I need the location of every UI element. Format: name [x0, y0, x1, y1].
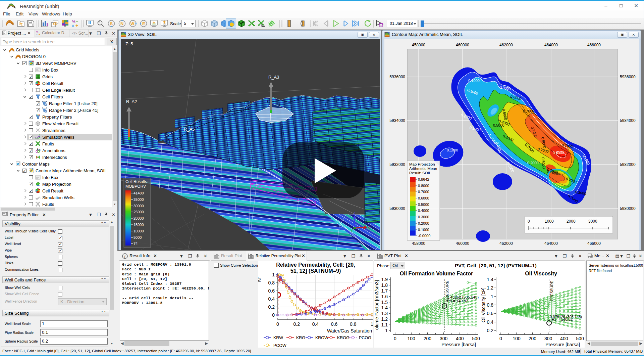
svg-text:E: E [142, 21, 145, 26]
svg-text:0.4: 0.4 [268, 296, 275, 302]
svg-text:0.7000: 0.7000 [418, 190, 429, 194]
svg-text:×: × [72, 24, 74, 28]
svg-text:0.8: 0.8 [268, 280, 275, 285]
svg-text:51, 12] (SATNUM=9): 51, 12] (SATNUM=9) [290, 268, 341, 274]
svg-text:%: % [36, 31, 39, 33]
svg-text:5936000: 5936000 [620, 75, 636, 79]
svg-text:Y: Y [351, 229, 353, 233]
svg-text:1: 1 [491, 294, 493, 299]
svg-text:0: 0 [528, 219, 530, 224]
svg-text:0.2: 0.2 [293, 321, 300, 327]
svg-text:W: W [130, 21, 135, 26]
svg-text:1.8: 1.8 [381, 282, 388, 288]
svg-text:200: 200 [529, 336, 537, 341]
svg-text:300: 300 [440, 336, 448, 341]
svg-text:-0.0000: -0.0000 [418, 234, 430, 238]
svg-text:0.4: 0.4 [312, 321, 319, 327]
svg-text:460000: 460000 [456, 43, 469, 47]
svg-text:KRW: KRW [273, 336, 283, 340]
svg-text:0.6: 0.6 [268, 288, 275, 294]
svg-text:1: 1 [371, 321, 373, 327]
svg-text:0.3000: 0.3000 [418, 215, 429, 219]
svg-text:KROG: KROG [337, 336, 350, 340]
svg-text:X: X [368, 225, 370, 229]
svg-text:5934000: 5934000 [620, 118, 636, 123]
svg-text:1.2: 1.2 [381, 316, 388, 322]
svg-text:Pressure [barsa]: Pressure [barsa] [441, 342, 476, 347]
svg-text:464000: 464000 [544, 241, 558, 246]
svg-text:R_A3: R_A3 [268, 75, 279, 80]
svg-text:20000: 20000 [133, 216, 144, 220]
svg-text:Map Projection: Map Projection [409, 162, 435, 166]
svg-text:35000: 35000 [133, 197, 144, 202]
svg-text:0.8000: 0.8000 [553, 151, 564, 155]
svg-text:PCOW: PCOW [273, 343, 286, 348]
svg-text:400: 400 [560, 336, 568, 341]
svg-text:500: 500 [576, 336, 584, 341]
svg-text:0.6: 0.6 [487, 311, 494, 316]
svg-text:KRG: KRG [296, 336, 305, 340]
svg-text:25000: 25000 [133, 210, 144, 214]
svg-text:Oil Viscosity [cP]: Oil Viscosity [cP] [481, 287, 486, 322]
svg-text:1.4: 1.4 [381, 305, 388, 310]
svg-text:N: N [120, 21, 123, 26]
svg-text:Arithmetic Mean: Arithmetic Mean [409, 167, 437, 171]
svg-text:+: + [39, 33, 40, 35]
svg-text:100: 100 [513, 336, 521, 341]
svg-text:3000: 3000 [588, 219, 597, 224]
svg-text:5932000: 5932000 [620, 162, 636, 167]
svg-text:74: 74 [133, 241, 138, 246]
svg-text:466000: 466000 [587, 241, 601, 246]
svg-text:464000: 464000 [544, 43, 558, 47]
svg-text:1.9: 1.9 [381, 277, 388, 282]
svg-text:1.3: 1.3 [381, 311, 388, 316]
svg-text:500: 500 [472, 336, 480, 341]
svg-text:5934000: 5934000 [389, 118, 405, 123]
svg-text:R_A2: R_A2 [126, 99, 137, 104]
svg-text:PCOG: PCOG [359, 336, 371, 340]
svg-text:KROW: KROW [315, 336, 328, 340]
svg-text:0.8: 0.8 [350, 321, 357, 327]
svg-text:30000: 30000 [133, 204, 144, 208]
svg-text:15000: 15000 [133, 223, 144, 227]
svg-text:462000: 462000 [499, 241, 513, 246]
svg-text:460000: 460000 [456, 241, 469, 246]
svg-text:458000: 458000 [412, 43, 425, 47]
svg-text:i: i [124, 254, 126, 258]
svg-text:0.1000: 0.1000 [468, 79, 480, 83]
svg-text:0.7000: 0.7000 [523, 109, 534, 113]
svg-text:Rs = 140.82: Rs = 140.82 [552, 317, 573, 321]
svg-text:1000: 1000 [545, 219, 554, 224]
svg-text:0: 0 [276, 321, 279, 327]
svg-text:Z: Z [353, 211, 356, 215]
svg-text:Water/Gas Saturation: Water/Gas Saturation [327, 328, 372, 333]
svg-text:S: S [110, 21, 113, 26]
svg-text:2000: 2000 [567, 219, 576, 224]
svg-text:0.1000: 0.1000 [447, 148, 458, 152]
svg-text:5932000: 5932000 [389, 162, 405, 167]
svg-text:0.2000: 0.2000 [418, 221, 429, 225]
svg-text:0: 0 [272, 312, 275, 318]
svg-text:0.8642: 0.8642 [418, 177, 429, 181]
svg-text:5000: 5000 [133, 235, 142, 239]
svg-text:1: 1 [272, 272, 275, 277]
svg-text:Cell Results:: Cell Results: [125, 179, 148, 184]
svg-text:Oil Viscosity: Oil Viscosity [525, 271, 557, 276]
svg-text:MOBPORV: MOBPORV [125, 184, 146, 189]
svg-text:0.4000: 0.4000 [418, 209, 429, 213]
svg-text:10000: 10000 [133, 229, 144, 233]
svg-text:0.8: 0.8 [487, 302, 494, 308]
svg-text:5930000: 5930000 [620, 206, 636, 211]
svg-text:1.7: 1.7 [381, 288, 388, 294]
svg-text:1.6: 1.6 [381, 294, 388, 299]
svg-text:1.4: 1.4 [487, 277, 494, 282]
svg-text:5930000: 5930000 [389, 206, 405, 211]
svg-text:41480: 41480 [133, 191, 144, 195]
svg-text:0.6: 0.6 [331, 321, 338, 327]
svg-text:1: 1 [385, 328, 388, 333]
svg-text:300: 300 [544, 336, 552, 341]
svg-text:Z: 5: Z: 5 [125, 41, 133, 46]
svg-text:5936000: 5936000 [389, 75, 405, 79]
svg-text:1.2: 1.2 [487, 285, 494, 291]
svg-text:olume Factor [rm3/sm3]: olume Factor [rm3/sm3] [374, 280, 379, 330]
